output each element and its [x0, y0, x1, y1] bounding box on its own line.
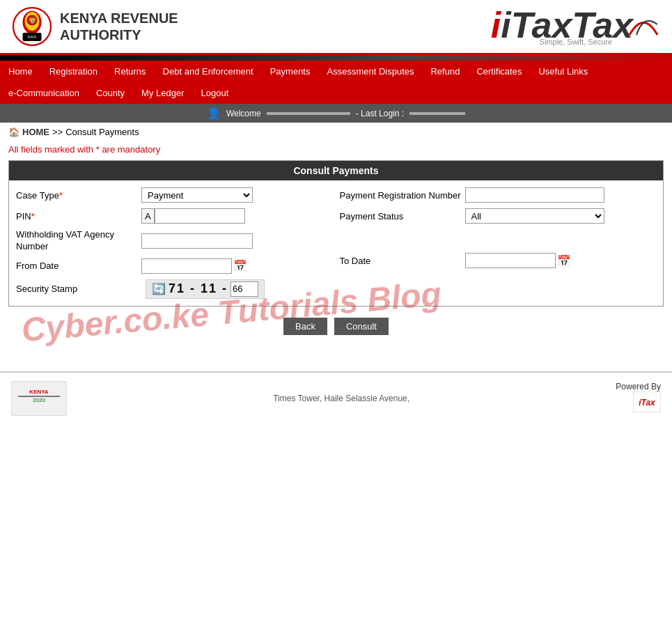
welcome-bar: 👤 Welcome - Last Login :	[0, 104, 672, 123]
footer-logo: KENYA 2020	[11, 381, 67, 416]
header: 🦁 KRA Kenya Revenue Authority i iTax Tax…	[0, 0, 672, 55]
from-date-calendar-icon[interactable]: 📅	[233, 259, 247, 272]
payment-status-row: Payment Status All Pending Completed Can…	[340, 208, 657, 224]
case-type-select[interactable]: Payment Enforcement Debt	[141, 187, 253, 203]
to-date-label: To Date	[340, 256, 465, 266]
case-type-label: Case Type*	[16, 190, 141, 201]
last-login-label: - Last Login :	[356, 109, 404, 118]
footer: KENYA 2020 Times Tower, Haile Selassie A…	[0, 371, 672, 424]
nav-returns[interactable]: Returns	[106, 61, 155, 82]
itax-logo: i iTax Tax Simple, Swift, Secure	[491, 7, 661, 46]
case-type-row: Case Type* Payment Enforcement Debt	[16, 187, 333, 203]
security-stamp-row: Security Stamp 🔄 71 - 11 -	[16, 279, 333, 299]
nav-row-1: Home Registration Returns Debt and Enfor…	[0, 61, 672, 82]
user-icon: 👤	[207, 107, 221, 120]
from-date-label: From Date	[16, 261, 141, 271]
svg-text:iTax: iTax	[639, 398, 656, 408]
breadcrumb-current: Consult Payments	[65, 127, 139, 137]
pin-label: PIN*	[16, 211, 141, 222]
form-title: Consult Payments	[9, 161, 663, 180]
welcome-text: Welcome	[226, 109, 261, 118]
kenya-logo-icon: KENYA 2020	[11, 381, 67, 416]
nav-useful-links[interactable]: Useful Links	[530, 61, 596, 82]
breadcrumb-home[interactable]: HOME	[22, 127, 49, 137]
payment-reg-row: Payment Registration Number	[340, 187, 657, 203]
nav-ecommunication[interactable]: e-Communication	[0, 82, 88, 104]
to-date-calendar-icon[interactable]: 📅	[557, 254, 571, 267]
nav-assessment-disputes[interactable]: Assessment Disputes	[318, 61, 422, 82]
pin-row: PIN* A	[16, 208, 333, 224]
decorative-bar	[0, 55, 672, 61]
button-row: Back Consult	[0, 309, 672, 343]
from-date-field: 📅	[141, 258, 247, 274]
svg-text:2020: 2020	[33, 397, 45, 403]
nav-payments[interactable]: Payments	[262, 61, 319, 82]
nav-my-ledger[interactable]: My Ledger	[133, 82, 192, 104]
home-icon: 🏠	[8, 127, 19, 137]
security-stamp-text: 71 - 11 -	[169, 281, 228, 296]
to-date-row: To Date 📅	[340, 253, 657, 268]
pin-prefix: A	[141, 208, 155, 224]
vat-input[interactable]	[141, 233, 253, 249]
breadcrumb-separator: >>	[52, 127, 63, 137]
security-stamp-box: 🔄 71 - 11 -	[146, 279, 265, 299]
svg-text:🦁: 🦁	[28, 16, 38, 25]
powered-by: Powered By iTax	[616, 382, 661, 414]
form-body: Case Type* Payment Enforcement Debt PIN*…	[9, 180, 663, 306]
itax-footer-icon: iTax	[633, 391, 661, 412]
payment-reg-input[interactable]	[465, 187, 604, 203]
from-date-input[interactable]	[141, 258, 232, 274]
nav-logout[interactable]: Logout	[193, 82, 237, 104]
payment-status-select[interactable]: All Pending Completed Cancelled	[465, 208, 604, 224]
form-panels: Case Type* Payment Enforcement Debt PIN*…	[16, 187, 656, 299]
itax-arc-icon	[626, 10, 661, 38]
nav-home[interactable]: Home	[0, 61, 41, 82]
nav-refund[interactable]: Refund	[422, 61, 468, 82]
consult-button[interactable]: Consult	[334, 318, 389, 335]
footer-address: Times Tower, Haile Selassie Avenue,	[273, 394, 409, 403]
svg-text:KRA: KRA	[28, 35, 36, 39]
payment-reg-label: Payment Registration Number	[340, 190, 465, 201]
security-stamp-label: Security Stamp	[16, 284, 141, 294]
nav-debt-enforcement[interactable]: Debt and Enforcement	[155, 61, 262, 82]
breadcrumb: 🏠 HOME >> Consult Payments	[0, 123, 672, 141]
vat-row: Withholding VAT Agency Number	[16, 229, 333, 253]
to-date-field: 📅	[465, 253, 571, 268]
pin-input[interactable]	[155, 208, 245, 224]
kra-logo-icon: 🦁 KRA	[11, 6, 53, 47]
kra-name: Kenya Revenue Authority	[60, 10, 178, 43]
back-button[interactable]: Back	[283, 318, 327, 335]
nav-registration[interactable]: Registration	[41, 61, 106, 82]
vat-label: Withholding VAT Agency Number	[16, 229, 141, 253]
from-date-row: From Date 📅	[16, 258, 333, 274]
to-date-input[interactable]	[465, 253, 556, 268]
pin-field-group: A	[141, 208, 245, 224]
username-redacted	[267, 112, 350, 115]
svg-text:KENYA: KENYA	[29, 389, 48, 395]
security-stamp-input[interactable]	[230, 281, 258, 297]
payment-status-label: Payment Status	[340, 211, 465, 222]
nav-county[interactable]: County	[88, 82, 133, 104]
nav-certificates[interactable]: Certificates	[468, 61, 530, 82]
nav-row-2: e-Communication County My Ledger Logout	[0, 82, 672, 104]
right-panel: Payment Registration Number Payment Stat…	[340, 187, 657, 299]
left-panel: Case Type* Payment Enforcement Debt PIN*…	[16, 187, 333, 299]
kra-logo-section: 🦁 KRA Kenya Revenue Authority	[11, 6, 178, 47]
mandatory-note: All fields marked with * are mandatory	[0, 141, 672, 157]
refresh-icon[interactable]: 🔄	[152, 282, 166, 295]
nav-bar: Home Registration Returns Debt and Enfor…	[0, 61, 672, 104]
last-login-redacted	[409, 112, 465, 115]
consult-payments-form: Consult Payments Case Type* Payment Enfo…	[8, 160, 664, 307]
